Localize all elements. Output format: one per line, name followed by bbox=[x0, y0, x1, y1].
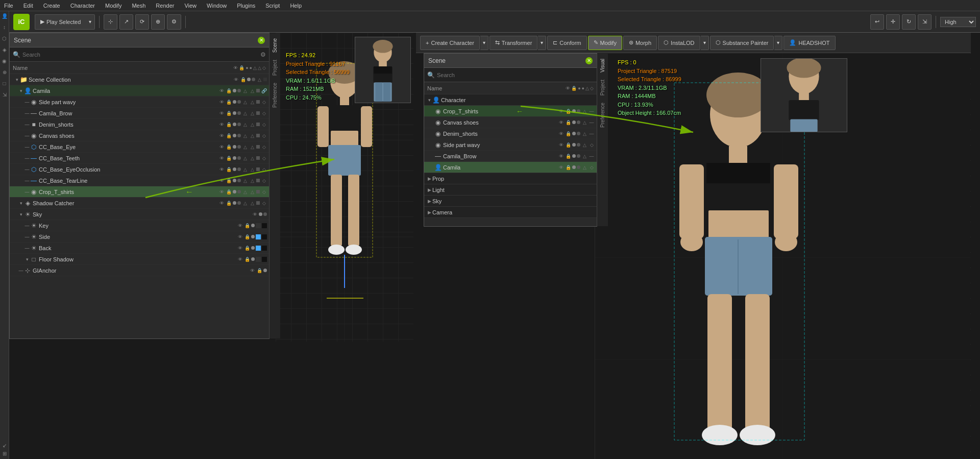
rp-row-canvas-shoes[interactable]: ◉ Canvas shoes 👁 🔒 △ — bbox=[424, 117, 597, 128]
tree-row-shadow-catcher[interactable]: ▾ ◈ Shadow Catcher 👁 🔒 △ △ ◇ bbox=[10, 198, 269, 209]
tree-row-side-light[interactable]: — ☀ Side 👁 🔒 bbox=[10, 231, 269, 243]
transformer-dropdown[interactable]: ▾ bbox=[538, 36, 546, 50]
modify-button[interactable]: ✎ Modify bbox=[588, 36, 622, 50]
expand-camera-section[interactable]: ▶ bbox=[426, 209, 432, 215]
sidebar-icon-5[interactable]: ◉ bbox=[1, 58, 9, 66]
menu-file[interactable]: File bbox=[4, 3, 13, 9]
substance-dropdown[interactable]: ▾ bbox=[774, 36, 782, 50]
rp-row-side-part-wavy[interactable]: ◉ Side part wavy 👁 🔒 △ ◇ bbox=[424, 139, 597, 151]
expand-sky-section[interactable]: ▶ bbox=[426, 198, 432, 204]
rp-section-sky[interactable]: ▶ Sky bbox=[424, 196, 597, 207]
expand-camila[interactable]: ▾ bbox=[18, 88, 24, 94]
nav-icon-5[interactable]: ⚙ bbox=[167, 14, 181, 30]
create-character-button[interactable]: + Create Character bbox=[420, 36, 480, 50]
tree-row-cc-base-eye[interactable]: — ⬡ CC_Base_Eye 👁 🔒 △ △ ◇ bbox=[10, 141, 269, 153]
transformer-button[interactable]: ⇆ Transformer bbox=[489, 36, 538, 50]
expand-gianchor[interactable]: — bbox=[18, 268, 24, 274]
menu-edit[interactable]: Edit bbox=[23, 3, 33, 9]
sidebar-icon-bottom-2[interactable]: ⊞ bbox=[1, 451, 9, 459]
nav-icon-2[interactable]: ↗ bbox=[119, 14, 133, 30]
menu-create[interactable]: Create bbox=[43, 3, 60, 9]
tree-row-key-light[interactable]: — ☀ Key 👁 🔒 bbox=[10, 220, 269, 231]
rp-section-character[interactable]: ▾ 👤 Character bbox=[424, 94, 597, 106]
quality-dropdown[interactable]: High Medium Low bbox=[940, 17, 976, 27]
menu-help[interactable]: Help bbox=[290, 3, 302, 9]
sidebar-icon-3[interactable]: ⬡ bbox=[1, 36, 9, 44]
sidebar-icon-4[interactable]: ◈ bbox=[1, 47, 9, 55]
tree-row-side-part-wavy[interactable]: — ◉ Side part wavy 👁 🔒 △ △ ◇ bbox=[10, 96, 269, 108]
rotate-button[interactable]: ↻ bbox=[902, 14, 916, 30]
sidebar-icon-8[interactable]: ⇲ bbox=[1, 92, 9, 100]
menu-render[interactable]: Render bbox=[156, 3, 174, 9]
menu-character[interactable]: Character bbox=[70, 3, 95, 9]
expand-side[interactable]: — bbox=[24, 234, 30, 240]
create-character-dropdown[interactable]: ▾ bbox=[480, 36, 488, 50]
tree-row-cc-eye-occlusion[interactable]: — ⬡ CC_Base_EyeOcclusion 👁 🔒 △ △ ◇ bbox=[10, 164, 269, 175]
expand-sky[interactable]: ▾ bbox=[18, 211, 24, 218]
tree-row-cc-base-tearline[interactable]: — — CC_Base_TearLine 👁 🔒 △ △ ◇ bbox=[10, 175, 269, 186]
tree-row-floor-shadow[interactable]: ▾ □ Floor Shadow 👁 🔒 bbox=[10, 254, 269, 265]
rp-row-crop-t-shirts[interactable]: ◉ Crop_T_shirts ← 👁 🔒 △ — bbox=[424, 106, 597, 117]
transform-button[interactable]: ✛ bbox=[886, 14, 900, 30]
rp-row-camila[interactable]: 👤 Camila 👁 🔒 △ ◇ bbox=[424, 162, 597, 173]
expand-cc-eyeocc[interactable]: — bbox=[24, 166, 30, 173]
scene-panel-left-close[interactable]: ✕ bbox=[258, 37, 265, 44]
expand-denim[interactable]: — bbox=[24, 122, 30, 128]
rp-section-camera[interactable]: ▶ Camera bbox=[424, 207, 597, 218]
expand-camila-brow[interactable]: — bbox=[24, 110, 30, 116]
expand-scene-collection[interactable]: ▾ bbox=[14, 77, 20, 83]
play-selected-button[interactable]: ▶ Play Selected bbox=[35, 14, 86, 30]
rp-section-light[interactable]: ▶ Light bbox=[424, 184, 597, 196]
headshot-button[interactable]: 👤 HEADSHOT bbox=[783, 36, 835, 50]
sidebar-icon-1[interactable]: 👤 bbox=[1, 13, 9, 21]
expand-canvas[interactable]: — bbox=[24, 133, 30, 139]
conform-button[interactable]: ⊏ Conform bbox=[547, 36, 586, 50]
expand-cc-tear[interactable]: — bbox=[24, 178, 30, 184]
side-strip-preference[interactable]: Preference bbox=[271, 80, 279, 111]
undo-button[interactable]: ↩ bbox=[870, 14, 884, 30]
menu-plugins[interactable]: Plugins bbox=[237, 3, 255, 9]
tree-row-sky[interactable]: ▾ ☀ Sky 👁 bbox=[10, 209, 269, 220]
side-strip-project[interactable]: Project bbox=[271, 57, 279, 79]
menu-script[interactable]: Script bbox=[265, 3, 280, 9]
tree-row-scene-collection[interactable]: ▾ 📁 Scene Collection 👁 🔒 △ bbox=[10, 74, 269, 85]
rp-row-denim-shorts[interactable]: ◉ Denim_shorts 👁 🔒 △ — bbox=[424, 128, 597, 139]
expand-char-section[interactable]: ▾ bbox=[426, 97, 432, 103]
menu-window[interactable]: Window bbox=[207, 3, 227, 9]
scene-panel-left-search-input[interactable] bbox=[22, 52, 258, 58]
nav-icon-3[interactable]: ⟳ bbox=[135, 14, 149, 30]
rp-section-prop[interactable]: ▶ Prop bbox=[424, 173, 597, 184]
rp-row-camila-brow[interactable]: — Camila_Brow 👁 🔒 △ — bbox=[424, 151, 597, 162]
rp-side-visual[interactable]: Visual bbox=[599, 56, 606, 76]
side-strip-scene[interactable]: Scene bbox=[271, 35, 279, 56]
tree-row-crop-t-shirts[interactable]: — ◉ Crop_T_shirts ← 👁 🔒 △ △ ◇ bbox=[10, 186, 269, 198]
tree-row-camila[interactable]: ▾ 👤 Camila 👁 🔒 △ △ 🔗 bbox=[10, 85, 269, 96]
expand-back[interactable]: — bbox=[24, 245, 30, 251]
scene-panel-right-close[interactable]: ✕ bbox=[585, 57, 593, 64]
sidebar-icon-bottom-1[interactable]: ↙ bbox=[1, 443, 9, 451]
expand-light-section[interactable]: ▶ bbox=[426, 187, 432, 193]
nav-icon-1[interactable]: ⊹ bbox=[104, 14, 117, 30]
expand-shadow[interactable]: ▾ bbox=[18, 200, 24, 206]
expand-key[interactable]: — bbox=[24, 223, 30, 229]
tree-row-back-light[interactable]: — ☀ Back 👁 🔒 bbox=[10, 243, 269, 254]
tree-row-cc-base-teeth[interactable]: — — CC_Base_Teeth 👁 🔒 △ △ ◇ bbox=[10, 153, 269, 164]
tree-row-gianchor[interactable]: — ⊹ GIAnchor 👁 🔒 bbox=[10, 265, 269, 276]
expand-crop[interactable]: — bbox=[24, 189, 30, 195]
sidebar-icon-2[interactable]: ↕ bbox=[1, 25, 9, 33]
sidebar-icon-7[interactable]: □ bbox=[1, 81, 9, 89]
rp-side-project[interactable]: Project bbox=[599, 77, 606, 99]
expand-side-part[interactable]: — bbox=[24, 99, 30, 105]
sidebar-icon-6[interactable]: ⊕ bbox=[1, 69, 9, 78]
expand-cc-eye[interactable]: — bbox=[24, 144, 30, 150]
menu-mesh[interactable]: Mesh bbox=[132, 3, 145, 9]
tree-row-camila-brow[interactable]: — — Camila_Brow 👁 🔒 △ △ ◇ bbox=[10, 108, 269, 119]
tree-row-denim-shorts[interactable]: — ■ Denim_shorts 👁 🔒 △ △ ◇ bbox=[10, 119, 269, 130]
instalod-button[interactable]: ⬡ InstaLOD bbox=[658, 36, 700, 50]
instalod-dropdown[interactable]: ▾ bbox=[701, 36, 709, 50]
menu-modify[interactable]: Modify bbox=[105, 3, 121, 9]
expand-floor[interactable]: ▾ bbox=[24, 256, 30, 262]
menu-view[interactable]: View bbox=[184, 3, 197, 9]
scene-panel-right-search-input[interactable] bbox=[437, 72, 594, 78]
scale-button[interactable]: ⇲ bbox=[918, 14, 932, 30]
